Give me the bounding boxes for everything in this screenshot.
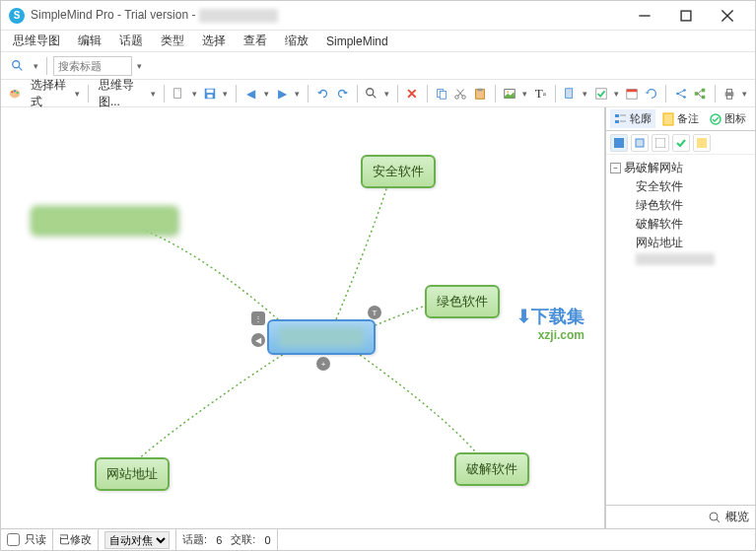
close-button[interactable] <box>708 2 747 30</box>
node-handle-collapse[interactable]: ◀ <box>251 333 265 347</box>
svg-rect-50 <box>636 139 644 147</box>
svg-rect-17 <box>440 91 446 99</box>
attach-dropdown[interactable]: ▾ <box>581 89 589 99</box>
task-dropdown[interactable]: ▾ <box>612 89 621 99</box>
tree-item-blurred[interactable] <box>610 252 751 266</box>
style-dropdown[interactable]: ▾ <box>73 89 82 99</box>
autofocus-select[interactable]: 自动对焦 <box>99 529 176 550</box>
svg-line-54 <box>717 519 720 522</box>
svg-rect-41 <box>726 89 731 93</box>
tree-item[interactable]: 破解软件 <box>610 215 751 234</box>
panel-btn-2[interactable] <box>631 134 649 152</box>
minimize-button[interactable] <box>625 2 664 30</box>
save-icon[interactable] <box>202 83 219 104</box>
nav-forward-icon[interactable]: ▶ <box>274 83 291 104</box>
toolbar-main: 选择样式 ▾ 思维导图... ▾ ▾ ▾ ◀ ▾ ▶ ▾ ▾ ✕ ▾ Ta ▾ <box>1 80 755 107</box>
node-blurred-1[interactable] <box>31 206 178 236</box>
undo-icon[interactable] <box>314 83 331 104</box>
menu-view[interactable]: 查看 <box>238 31 273 51</box>
app-icon: S <box>9 8 25 24</box>
menu-topic[interactable]: 话题 <box>113 31 149 51</box>
readonly-checkbox[interactable]: 只读 <box>1 529 53 550</box>
branch-icon[interactable] <box>692 83 709 104</box>
tree-root[interactable]: − 易破解网站 <box>610 159 751 177</box>
menu-select[interactable]: 选择 <box>196 31 232 51</box>
svg-line-38 <box>698 90 702 94</box>
svg-line-5 <box>19 66 23 70</box>
forward-dropdown[interactable]: ▾ <box>293 89 302 99</box>
redo-icon[interactable] <box>334 83 351 104</box>
text-icon[interactable]: Ta <box>532 83 549 104</box>
panel-btn-3[interactable] <box>652 134 669 152</box>
new-dropdown[interactable]: ▾ <box>190 89 199 99</box>
attach-icon[interactable] <box>562 83 579 104</box>
search-field-dropdown[interactable]: ▾ <box>135 61 144 71</box>
menu-zoom[interactable]: 缩放 <box>279 31 314 51</box>
svg-rect-12 <box>206 89 213 93</box>
search-dropdown[interactable]: ▾ <box>32 61 40 71</box>
palette-icon[interactable] <box>7 83 24 104</box>
save-dropdown[interactable]: ▾ <box>221 89 230 99</box>
svg-rect-49 <box>614 138 624 148</box>
panel-btn-1[interactable] <box>610 134 628 152</box>
date-icon[interactable] <box>624 83 641 104</box>
expand-icon[interactable]: − <box>610 163 621 173</box>
paste-icon[interactable] <box>472 83 489 104</box>
menu-simplemind[interactable]: SimpleMind <box>320 33 394 50</box>
tree-item[interactable]: 绿色软件 <box>610 196 751 215</box>
menu-edit[interactable]: 编辑 <box>72 31 107 51</box>
mindmap-label[interactable]: 思维导图... <box>95 77 146 110</box>
node-security[interactable]: 安全软件 <box>361 155 436 188</box>
svg-rect-47 <box>663 113 673 125</box>
refresh-icon[interactable] <box>644 83 660 104</box>
task-icon[interactable] <box>592 83 609 104</box>
search-input[interactable] <box>53 56 132 76</box>
panel-btn-5[interactable] <box>693 134 711 152</box>
tree-item[interactable]: 安全软件 <box>610 177 751 196</box>
search-icon[interactable] <box>7 55 29 77</box>
tab-outline[interactable]: 轮廓 <box>610 109 655 128</box>
zoom-icon[interactable] <box>363 83 379 104</box>
menubar: 思维导图 编辑 话题 类型 选择 查看 缩放 SimpleMind <box>1 31 755 52</box>
nav-back-icon[interactable]: ◀ <box>242 83 259 104</box>
svg-rect-36 <box>702 88 706 92</box>
print-dropdown[interactable]: ▾ <box>740 89 749 99</box>
node-center-selected[interactable]: ⋮ ◀ T + <box>267 319 376 355</box>
tab-notes[interactable]: 备注 <box>657 109 703 128</box>
outline-tree[interactable]: − 易破解网站 安全软件 绿色软件 破解软件 网站地址 <box>606 155 755 505</box>
node-handle-menu[interactable]: ⋮ <box>251 311 265 325</box>
print-icon[interactable] <box>721 83 737 104</box>
mindmap-dropdown[interactable]: ▾ <box>149 89 158 99</box>
image-dropdown[interactable]: ▾ <box>520 89 529 99</box>
link-icon[interactable] <box>672 83 689 104</box>
delete-icon[interactable]: ✕ <box>404 83 421 104</box>
svg-rect-1 <box>681 11 691 21</box>
node-green[interactable]: 绿色软件 <box>425 285 500 318</box>
menu-type[interactable]: 类型 <box>155 31 190 51</box>
side-panel: 轮廓 备注 图标 − <box>605 107 755 528</box>
panel-btn-4[interactable] <box>672 134 690 152</box>
new-file-icon[interactable] <box>171 83 187 104</box>
svg-rect-35 <box>695 92 699 96</box>
tab-icons[interactable]: 图标 <box>705 109 750 128</box>
svg-rect-37 <box>702 95 706 99</box>
zoom-dropdown[interactable]: ▾ <box>382 89 391 99</box>
svg-line-15 <box>373 94 377 98</box>
preview-button[interactable]: 概览 <box>606 505 755 528</box>
outline-icon <box>614 112 628 126</box>
svg-rect-44 <box>615 120 619 123</box>
node-handle-add[interactable]: + <box>316 357 330 371</box>
select-style-button[interactable]: 选择样式 <box>27 77 70 110</box>
tree-item[interactable]: 网站地址 <box>610 234 751 252</box>
maximize-button[interactable] <box>666 2 706 30</box>
back-dropdown[interactable]: ▾ <box>262 89 271 99</box>
svg-rect-43 <box>615 114 619 117</box>
copy-icon[interactable] <box>433 83 449 104</box>
mindmap-canvas[interactable]: 安全软件 绿色软件 破解软件 网站地址 ⋮ ◀ T + ⬇下载集 xzji.co… <box>1 107 605 528</box>
cut-icon[interactable] <box>452 83 469 104</box>
image-icon[interactable] <box>501 83 517 104</box>
menu-mindmap[interactable]: 思维导图 <box>7 31 66 51</box>
node-handle-text[interactable]: T <box>368 306 381 319</box>
node-website[interactable]: 网站地址 <box>95 457 170 491</box>
node-crack[interactable]: 破解软件 <box>454 452 529 486</box>
